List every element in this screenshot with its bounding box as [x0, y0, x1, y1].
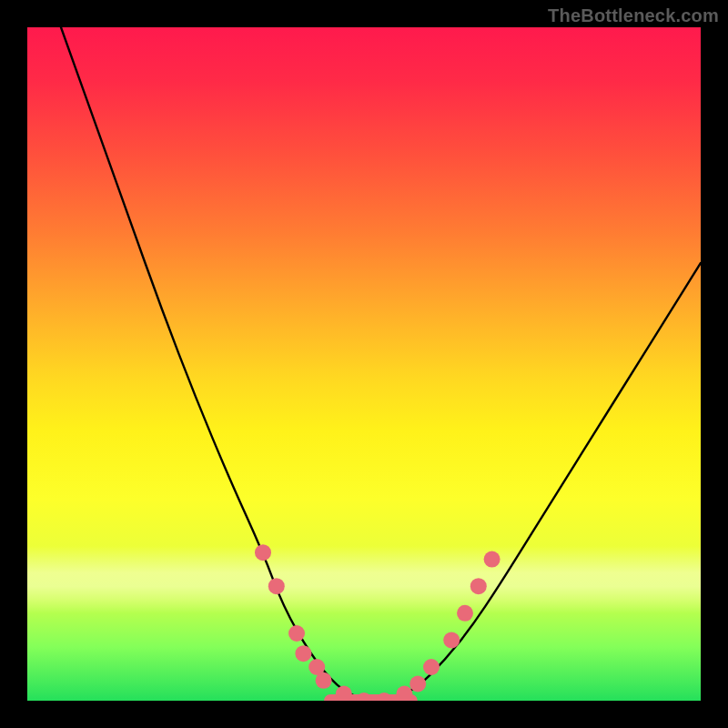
highlight-dot [336, 686, 352, 701]
highlight-dot [295, 645, 311, 662]
highlight-dot [457, 605, 473, 622]
highlight-dot [396, 686, 412, 701]
bottleneck-curve [61, 27, 701, 701]
highlight-dot [316, 672, 332, 689]
highlight-dot [484, 551, 500, 568]
highlight-dot [423, 659, 440, 675]
highlight-dot [356, 693, 372, 701]
highlight-dot [268, 578, 285, 594]
curve-layer [27, 27, 701, 701]
highlight-dot [288, 625, 305, 642]
highlight-dot [376, 693, 392, 701]
highlight-dot [443, 632, 460, 648]
chart-frame: TheBottleneck.com [0, 0, 728, 728]
watermark-text: TheBottleneck.com [548, 5, 719, 26]
highlight-dot [410, 676, 426, 693]
highlight-dot [255, 544, 271, 561]
highlight-dot [470, 578, 487, 594]
plot-area [27, 27, 701, 701]
